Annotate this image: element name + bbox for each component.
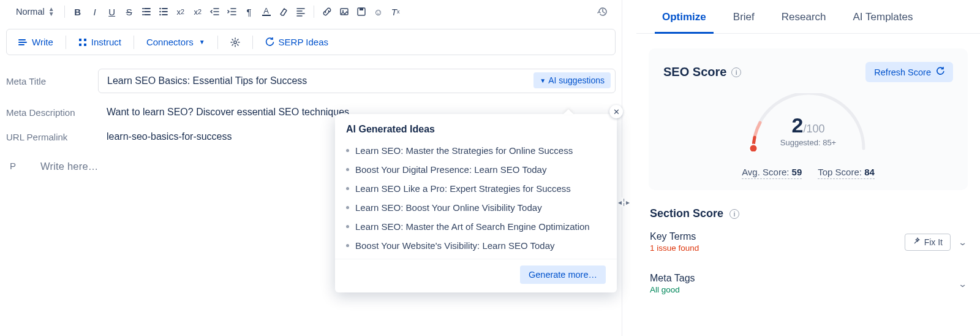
serp-ideas-button[interactable]: SERP Ideas (262, 34, 332, 50)
editor-placeholder: Write here… (40, 161, 99, 172)
chevron-down-icon[interactable]: ⌄ (958, 279, 968, 289)
popover-title: AI Generated Ideas (335, 114, 617, 141)
caret-down-icon: ▼ (199, 39, 205, 45)
generate-more-button[interactable]: Generate more… (520, 265, 606, 284)
resize-handle-icon: ◂╎▸ (618, 197, 630, 207)
outdent-button[interactable] (207, 4, 223, 20)
paragraph-icon[interactable]: ¶ (241, 4, 257, 20)
separator (64, 6, 65, 18)
wand-icon (913, 237, 921, 247)
tab-brief[interactable]: Brief (720, 0, 768, 33)
svg-point-0 (159, 8, 161, 10)
info-icon[interactable]: i (729, 209, 739, 219)
seo-score-title: SEO Score i (663, 65, 741, 79)
superscript-button[interactable]: x2 (190, 4, 206, 20)
score-stats: Avg. Score: 59 Top Score: 84 (663, 167, 953, 179)
score-value: 2 (792, 113, 804, 137)
separator (252, 36, 253, 49)
refresh-icon (265, 37, 274, 47)
fix-it-button[interactable]: Fix It (905, 234, 951, 251)
idea-item[interactable]: Boost Your Digital Presence: Learn SEO T… (335, 160, 617, 179)
instruct-icon (78, 38, 87, 47)
refresh-score-button[interactable]: Refresh Score (865, 62, 953, 82)
meta-title-row: Meta Title Learn SEO Basics: Essential T… (6, 69, 616, 93)
connectors-button[interactable]: Connectors ▼ (143, 34, 209, 50)
sort-icon: ▲▼ (48, 7, 55, 17)
refresh-score-label: Refresh Score (874, 67, 931, 77)
instruct-label: Instruct (91, 37, 121, 47)
write-label: Write (32, 37, 53, 47)
underline-button[interactable]: U (104, 4, 120, 20)
ordered-list-button[interactable] (138, 4, 154, 20)
instruct-button[interactable]: Instruct (75, 34, 125, 50)
idea-item[interactable]: Boost Your Website's Visibility: Learn S… (335, 236, 617, 255)
bullet-icon (346, 168, 349, 171)
svg-rect-7 (79, 39, 81, 41)
separator (134, 36, 134, 49)
svg-point-2 (159, 14, 161, 16)
tab-optimize[interactable]: Optimize (649, 0, 720, 33)
separator (314, 6, 314, 18)
ai-suggestions-label: AI suggestions (548, 75, 605, 85)
settings-button[interactable] (227, 35, 244, 50)
idea-item[interactable]: Learn SEO: Boost Your Online Visibility … (335, 198, 617, 217)
seo-score-card: SEO Score i Refresh Score 2/100 (649, 48, 968, 190)
tab-ai-templates[interactable]: AI Templates (840, 0, 927, 33)
issue-status: All good (650, 285, 695, 294)
close-button[interactable]: ✕ (609, 105, 623, 118)
idea-item[interactable]: Learn SEO: Master the Art of Search Engi… (335, 217, 617, 236)
format-toolbar: Normal ▲▼ B I U S x2 x2 ¶ A (6, 0, 616, 24)
tab-research[interactable]: Research (768, 0, 840, 33)
ai-ideas-popover: ✕ AI Generated Ideas Learn SEO: Master t… (335, 114, 617, 292)
highlight-button[interactable] (276, 4, 292, 20)
unordered-list-button[interactable] (156, 4, 172, 20)
fix-it-label: Fix It (924, 237, 943, 247)
svg-rect-6 (360, 8, 363, 10)
align-button[interactable] (293, 4, 309, 20)
emoji-button[interactable]: ☺ (371, 4, 386, 20)
idea-item[interactable]: Learn SEO: Master the Strategies for Onl… (335, 141, 617, 160)
svg-point-1 (159, 11, 161, 13)
bullet-icon (346, 206, 349, 209)
subscript-button[interactable]: x2 (173, 4, 189, 20)
bullet-icon (346, 244, 349, 247)
avg-score: Avg. Score: 59 (742, 167, 802, 179)
write-button[interactable]: Write (14, 34, 57, 50)
chevron-down-icon[interactable]: ⌄ (958, 237, 968, 247)
bold-button[interactable]: B (70, 4, 86, 20)
write-icon (18, 38, 28, 47)
strikethrough-button[interactable]: S (121, 4, 137, 20)
bullet-icon (346, 149, 349, 152)
italic-button[interactable]: I (87, 4, 103, 20)
svg-rect-8 (84, 39, 86, 41)
indent-button[interactable] (224, 4, 240, 20)
bullet-icon (346, 187, 349, 190)
serp-ideas-label: SERP Ideas (279, 37, 328, 47)
caret-down-icon: ▼ (540, 77, 546, 84)
info-icon[interactable]: i (731, 67, 741, 77)
issue-name: Meta Tags (650, 273, 695, 284)
refresh-icon (936, 67, 944, 77)
separator (217, 36, 218, 49)
link-button[interactable] (319, 4, 335, 20)
panel-tabs: Optimize Brief Research AI Templates (636, 0, 980, 34)
idea-item[interactable]: Learn SEO Like a Pro: Expert Strategies … (335, 179, 617, 198)
score-max: /100 (803, 123, 824, 135)
score-suggested: Suggested: 85+ (663, 138, 953, 147)
svg-rect-10 (84, 44, 86, 46)
issue-status: 1 issue found (650, 243, 699, 253)
meta-description-label: Meta Description (6, 107, 98, 118)
text-color-button[interactable]: A (258, 4, 274, 20)
issue-key-terms: Key Terms 1 issue found Fix It ⌄ (650, 231, 967, 262)
ai-action-toolbar: Write Instruct Connectors ▼ SERP Ideas (6, 29, 616, 55)
score-gauge: 2/100 Suggested: 85+ (663, 93, 953, 161)
gear-icon (230, 37, 240, 47)
pane-resizer[interactable]: ◂╎▸ (622, 0, 636, 336)
image-button[interactable] (336, 4, 352, 20)
history-button[interactable] (595, 4, 611, 20)
ai-suggestions-button[interactable]: ▼ AI suggestions (533, 72, 611, 88)
meta-title-label: Meta Title (6, 76, 98, 86)
save-button-icon[interactable] (353, 4, 369, 20)
paragraph-style-select[interactable]: Normal ▲▼ (11, 4, 59, 19)
clear-format-button[interactable]: Tx (388, 4, 404, 20)
